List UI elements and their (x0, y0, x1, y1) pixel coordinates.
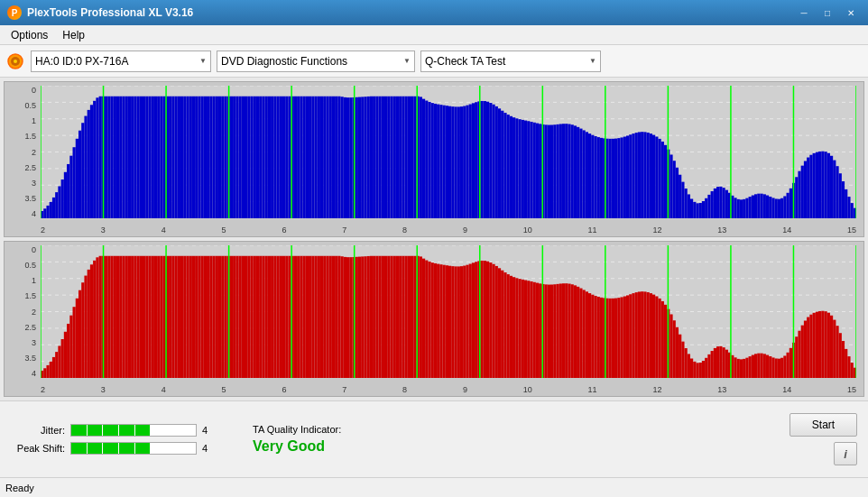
menu-help[interactable]: Help (55, 27, 92, 43)
peak-shift-label: Peak Shift: (11, 443, 65, 454)
info-button[interactable]: i (834, 442, 857, 465)
device-dropdown[interactable]: HA:0 ID:0 PX-716A ▼ (31, 51, 211, 72)
title-bar: P PlexTools Professional XL V3.16 ─ □ ✕ (0, 0, 868, 25)
top-chart-y-axis: 4 3.5 3 2.5 2 1.5 1 0.5 0 (6, 86, 39, 218)
top-chart-inner (41, 86, 856, 218)
close-button[interactable]: ✕ (841, 5, 861, 21)
ta-quality-label: TA Quality Indicator: (253, 424, 341, 435)
action-buttons: Start i (790, 413, 857, 465)
function-dropdown[interactable]: DVD Diagnostic Functions ▼ (217, 51, 415, 72)
bottom-chart-inner (41, 245, 856, 378)
app-icon: P (7, 5, 22, 20)
jitter-seg1 (71, 425, 88, 436)
function-dropdown-arrow: ▼ (403, 57, 411, 65)
main-content: 4 3.5 3 2.5 2 1.5 1 0.5 0 2 3 4 5 6 7 8 (0, 78, 868, 477)
maximize-button[interactable]: □ (817, 5, 837, 21)
jitter-seg6 (151, 425, 166, 436)
jitter-seg2 (88, 425, 104, 436)
bottom-chart: 4 3.5 3 2.5 2 1.5 1 0.5 0 2 3 4 5 6 7 8 (4, 241, 864, 397)
peak-seg4 (119, 443, 135, 454)
test-dropdown-value: Q-Check TA Test (425, 55, 505, 68)
app-title: PlexTools Professional XL V3.16 (27, 6, 193, 19)
bottom-chart-canvas (41, 245, 856, 378)
jitter-progress (70, 424, 197, 437)
peak-seg8 (180, 443, 196, 454)
bottom-chart-x-axis: 2 3 4 5 6 7 8 9 10 11 12 13 14 15 (41, 385, 856, 394)
peak-shift-row: Peak Shift: 4 (11, 442, 217, 455)
peak-shift-progress (70, 442, 197, 455)
peak-shift-value: 4 (202, 443, 217, 454)
status-text: Ready (5, 483, 34, 493)
title-bar-left: P PlexTools Professional XL V3.16 (7, 5, 193, 20)
function-dropdown-value: DVD Diagnostic Functions (221, 55, 347, 68)
minimize-button[interactable]: ─ (794, 5, 814, 21)
ta-quality-section: TA Quality Indicator: Very Good (253, 424, 341, 455)
status-bar: Ready (0, 477, 868, 497)
start-button[interactable]: Start (790, 413, 857, 437)
top-chart-x-axis: 2 3 4 5 6 7 8 9 10 11 12 13 14 15 (41, 225, 856, 235)
peak-seg5 (135, 443, 152, 454)
toolbar: HA:0 ID:0 PX-716A ▼ DVD Diagnostic Funct… (0, 45, 868, 78)
menu-bar: Options Help (0, 25, 868, 45)
top-chart: 4 3.5 3 2.5 2 1.5 1 0.5 0 2 3 4 5 6 7 8 (4, 81, 864, 237)
device-dropdown-arrow: ▼ (199, 57, 207, 65)
jitter-seg3 (103, 425, 119, 436)
jitter-row: Jitter: 4 (11, 424, 217, 437)
peak-seg3 (103, 443, 119, 454)
window-controls: ─ □ ✕ (794, 5, 861, 21)
peak-seg7 (166, 443, 181, 454)
charts-area: 4 3.5 3 2.5 2 1.5 1 0.5 0 2 3 4 5 6 7 8 (0, 78, 868, 400)
metrics-section: Jitter: 4 Peak Shift: (11, 424, 217, 455)
peak-seg2 (88, 443, 104, 454)
bottom-panel: Jitter: 4 Peak Shift: (0, 400, 868, 477)
jitter-label: Jitter: (11, 425, 65, 436)
peak-seg1 (71, 443, 88, 454)
jitter-seg5 (135, 425, 152, 436)
jitter-seg7 (166, 425, 181, 436)
svg-point-2 (14, 60, 17, 63)
peak-seg6 (151, 443, 166, 454)
test-dropdown-arrow: ▼ (589, 57, 596, 65)
jitter-seg8 (180, 425, 196, 436)
device-icon (5, 51, 25, 71)
top-chart-canvas (41, 86, 856, 218)
device-dropdown-value: HA:0 ID:0 PX-716A (35, 55, 128, 68)
ta-quality-value: Very Good (253, 438, 341, 455)
jitter-seg4 (119, 425, 135, 436)
menu-options[interactable]: Options (4, 27, 55, 43)
test-dropdown[interactable]: Q-Check TA Test ▼ (420, 51, 601, 72)
bottom-chart-y-axis: 4 3.5 3 2.5 2 1.5 1 0.5 0 (6, 245, 39, 378)
jitter-value: 4 (202, 425, 217, 436)
